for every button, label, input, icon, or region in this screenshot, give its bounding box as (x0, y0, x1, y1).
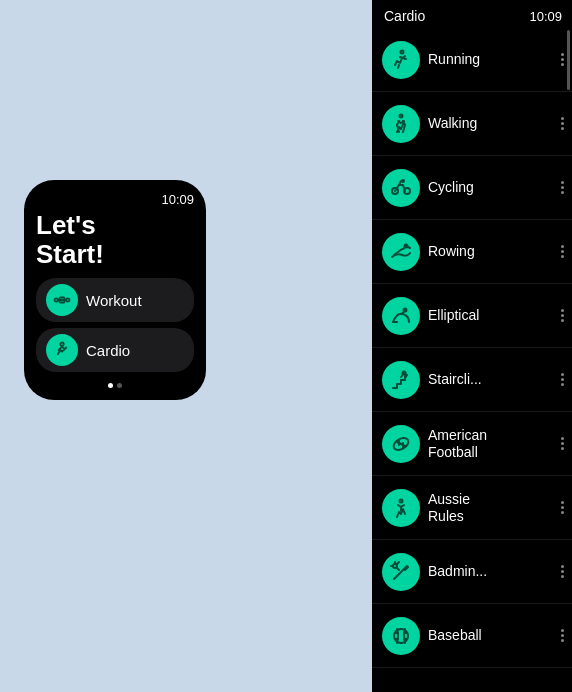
workout-list: Running Walking (372, 28, 572, 692)
walking-icon (382, 105, 420, 143)
running-more[interactable] (561, 53, 564, 66)
list-item[interactable]: Walking (372, 92, 572, 156)
workout-menu-item[interactable]: Workout (36, 278, 194, 322)
svg-point-5 (401, 50, 404, 53)
cardio-menu-item[interactable]: Cardio (36, 328, 194, 372)
football-icon (382, 425, 420, 463)
cycling-label: Cycling (428, 179, 553, 196)
elliptical-icon (382, 297, 420, 335)
aussie-rules-more[interactable] (561, 501, 564, 514)
dot-1 (108, 383, 113, 388)
dot-2 (117, 383, 122, 388)
scrollbar[interactable] (567, 30, 570, 90)
svg-point-18 (400, 499, 403, 502)
svg-point-9 (402, 180, 404, 182)
list-item[interactable]: AmericanFootball (372, 412, 572, 476)
stairclimber-label: Staircli... (428, 371, 553, 388)
american-football-more[interactable] (561, 437, 564, 450)
svg-point-21 (394, 629, 408, 643)
right-watch-time: 10:09 (529, 9, 562, 24)
svg-point-6 (400, 114, 403, 117)
stairclimber-more[interactable] (561, 373, 564, 386)
left-watch-title: Let'sStart! (36, 211, 194, 268)
workout-icon (46, 284, 78, 316)
svg-point-4 (60, 343, 63, 346)
right-watch: Cardio 10:09 Running (372, 0, 572, 692)
baseball-label: Baseball (428, 627, 553, 644)
list-item[interactable]: AussieRules (372, 476, 572, 540)
list-item[interactable]: Running (372, 28, 572, 92)
right-watch-header: Cardio 10:09 (372, 0, 572, 28)
list-item[interactable]: Elliptical (372, 284, 572, 348)
aussie-icon (382, 489, 420, 527)
left-watch: 10:09 Let'sStart! Workout Cardio (24, 180, 206, 400)
list-item[interactable]: Staircli... (372, 348, 572, 412)
left-watch-time: 10:09 (36, 192, 194, 207)
cardio-icon (46, 334, 78, 366)
rowing-more[interactable] (561, 245, 564, 258)
workout-label: Workout (86, 292, 142, 309)
cycling-icon (382, 169, 420, 207)
list-item[interactable]: Baseball (372, 604, 572, 668)
right-watch-title: Cardio (384, 8, 425, 24)
elliptical-more[interactable] (561, 309, 564, 322)
stairs-icon (382, 361, 420, 399)
american-football-label: AmericanFootball (428, 427, 553, 461)
baseball-more[interactable] (561, 629, 564, 642)
cardio-label: Cardio (86, 342, 130, 359)
badminton-more[interactable] (561, 565, 564, 578)
aussie-rules-label: AussieRules (428, 491, 553, 525)
walking-more[interactable] (561, 117, 564, 130)
badminton-label: Badmin... (428, 563, 553, 580)
badminton-icon (382, 553, 420, 591)
page-dots (36, 383, 194, 388)
rowing-icon (382, 233, 420, 271)
list-item[interactable]: Cycling (372, 156, 572, 220)
running-icon (382, 41, 420, 79)
elliptical-label: Elliptical (428, 307, 553, 324)
baseball-icon (382, 617, 420, 655)
walking-label: Walking (428, 115, 553, 132)
running-label: Running (428, 51, 553, 68)
list-item[interactable]: Rowing (372, 220, 572, 284)
rowing-label: Rowing (428, 243, 553, 260)
cycling-more[interactable] (561, 181, 564, 194)
list-item[interactable]: Badmin... (372, 540, 572, 604)
